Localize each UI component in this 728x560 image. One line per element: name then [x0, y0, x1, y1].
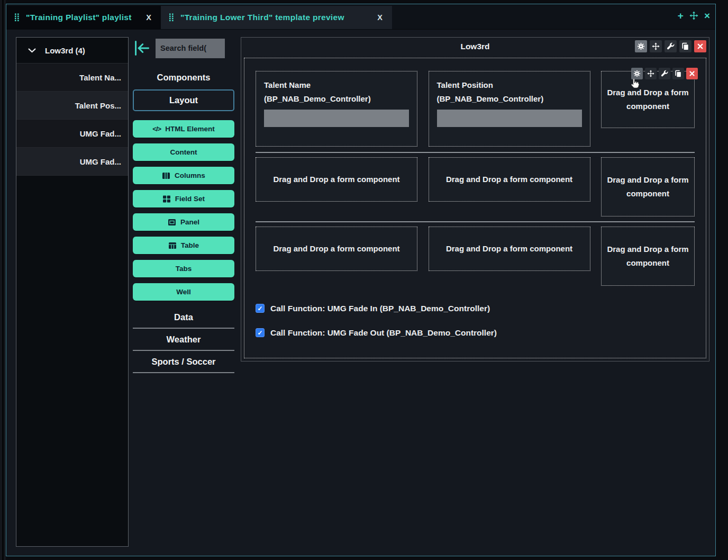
tab-label: "Training Lower Third" template preview — [180, 13, 344, 22]
tools-button[interactable] — [665, 40, 677, 52]
layers-sidebar: Low3rd (4) Talent Na... Talent Pos... UM… — [16, 37, 129, 547]
checkbox-label: Call Function: UMG Fade In (BP_NAB_Demo_… — [270, 304, 490, 313]
row-separator — [256, 152, 695, 153]
add-icon[interactable]: + — [678, 11, 684, 21]
field-label: Talent Name — [264, 78, 409, 92]
duplicate-button[interactable] — [679, 40, 691, 52]
field-sublabel: (BP_NAB_Demo_Controller) — [437, 92, 582, 106]
component-table[interactable]: Table — [133, 237, 234, 254]
section-weather[interactable]: Weather — [133, 329, 234, 351]
talent-name-input[interactable] — [264, 110, 409, 127]
form-builder-area: Talent Name (BP_NAB_Demo_Controller) Tal… — [244, 58, 706, 358]
component-columns[interactable]: Columns — [133, 167, 234, 184]
sidebar-item-talent-position[interactable]: Talent Pos... — [16, 92, 128, 120]
tab-training-lower-third[interactable]: "Training Lower Third" template preview … — [161, 6, 392, 29]
component-tabs[interactable]: Tabs — [133, 260, 234, 277]
move-icon[interactable] — [689, 11, 698, 20]
dropzone-cell-selected[interactable]: Drag and Drop a form component — [601, 71, 695, 128]
checkbox-row: ✓ Call Function: UMG Fade In (BP_NAB_Dem… — [256, 303, 695, 313]
item-label: UMG Fad... — [80, 129, 121, 138]
dropzone-cell[interactable]: Drag and Drop a form component — [256, 157, 417, 202]
tab-label: "Training Playlist" playlist — [26, 13, 132, 22]
umg-fade-in-checkbox[interactable]: ✓ — [256, 304, 265, 313]
component-panel[interactable]: Panel — [133, 213, 234, 231]
component-label: HTML Element — [165, 125, 215, 133]
component-label: Field Set — [175, 195, 205, 203]
section-sports-soccer[interactable]: Sports / Soccer — [133, 351, 234, 373]
item-label: Talent Na... — [79, 73, 121, 82]
table-icon — [168, 242, 177, 249]
fieldset-icon — [162, 195, 171, 203]
section-components[interactable]: Components — [133, 67, 234, 87]
component-label: Panel — [180, 218, 199, 226]
dropzone-cell[interactable]: Drag and Drop a form component — [256, 227, 417, 271]
field-cell-talent-position[interactable]: Talent Position (BP_NAB_Demo_Controller) — [429, 71, 590, 147]
dropzone-text: Drag and Drop a form component — [269, 242, 404, 256]
canvas-toolbar — [635, 40, 706, 52]
gear-icon — [633, 70, 641, 77]
wrench-icon — [667, 42, 675, 50]
dropzone-text: Drag and Drop a form component — [269, 173, 404, 186]
dropzone-cell[interactable]: Drag and Drop a form component — [601, 157, 695, 216]
tools-button[interactable] — [659, 68, 670, 79]
search-input[interactable] — [156, 39, 225, 58]
gear-icon — [637, 42, 645, 50]
dropzone-text: Drag and Drop a form component — [602, 86, 694, 113]
component-label: Tabs — [176, 265, 192, 273]
component-html-element[interactable]: </> HTML Element — [133, 120, 234, 138]
field-cell-talent-name[interactable]: Talent Name (BP_NAB_Demo_Controller) — [256, 71, 417, 147]
wrench-icon — [661, 70, 668, 77]
component-content[interactable]: Content — [133, 143, 234, 161]
dropzone-cell[interactable]: Drag and Drop a form component — [429, 227, 590, 271]
chevron-down-icon[interactable] — [28, 48, 36, 53]
form-row: Talent Name (BP_NAB_Demo_Controller) Tal… — [256, 71, 695, 147]
window-controls: + × — [678, 11, 710, 21]
sidebar-group-low3rd[interactable]: Low3rd (4) — [16, 38, 128, 64]
close-icon — [688, 70, 696, 77]
sidebar-item-talent-name[interactable]: Talent Na... — [16, 64, 128, 92]
move-icon — [647, 70, 654, 77]
row-separator — [256, 221, 695, 222]
component-well[interactable]: Well — [133, 283, 234, 301]
delete-button[interactable] — [686, 68, 698, 79]
dropzone-cell[interactable]: Drag and Drop a form component — [601, 227, 695, 286]
copy-icon — [675, 70, 682, 77]
delete-button[interactable] — [694, 40, 706, 52]
sidebar-item-umg-fade-in[interactable]: UMG Fad... — [16, 120, 128, 148]
checkbox-row: ✓ Call Function: UMG Fade Out (BP_NAB_De… — [256, 328, 695, 338]
close-icon[interactable]: × — [704, 11, 710, 21]
dropzone-text: Drag and Drop a form component — [602, 173, 694, 201]
section-data[interactable]: Data — [133, 306, 234, 329]
canvas-header: Low3rd — [241, 38, 709, 55]
dropzone-text: Drag and Drop a form component — [442, 242, 577, 256]
tab-bar: "Training Playlist" playlist X "Training… — [6, 4, 715, 30]
tab-training-playlist[interactable]: "Training Playlist" playlist X — [6, 6, 161, 29]
drag-handle-icon[interactable] — [14, 13, 20, 22]
talent-position-input[interactable] — [437, 110, 582, 127]
component-label: Columns — [175, 171, 205, 179]
close-icon[interactable]: X — [367, 13, 383, 22]
move-button[interactable] — [645, 68, 657, 79]
settings-button[interactable] — [635, 40, 647, 52]
sidebar-item-umg-fade-out[interactable]: UMG Fad... — [16, 148, 128, 176]
group-label: Low3rd (4) — [45, 46, 85, 55]
background-window-edge — [0, 0, 6, 560]
field-label: Talent Position — [437, 78, 582, 92]
duplicate-button[interactable] — [672, 68, 684, 79]
form-row: Drag and Drop a form component Drag and … — [256, 157, 695, 216]
code-icon: </> — [152, 125, 161, 133]
item-label: Talent Pos... — [75, 101, 121, 110]
drag-handle-icon[interactable] — [169, 13, 174, 22]
dropzone-cell[interactable]: Drag and Drop a form component — [429, 157, 590, 202]
canvas-title: Low3rd — [460, 42, 489, 51]
component-label: Well — [176, 288, 191, 296]
umg-fade-out-checkbox[interactable]: ✓ — [256, 328, 265, 337]
move-button[interactable] — [650, 40, 662, 52]
component-field-set[interactable]: Field Set — [133, 190, 234, 207]
component-label: Content — [170, 148, 197, 156]
collapse-panel-icon[interactable] — [133, 40, 151, 57]
move-icon — [652, 42, 660, 50]
close-icon[interactable]: X — [135, 13, 151, 22]
section-layout[interactable]: Layout — [133, 89, 234, 111]
dropzone-text: Drag and Drop a form component — [602, 242, 694, 270]
